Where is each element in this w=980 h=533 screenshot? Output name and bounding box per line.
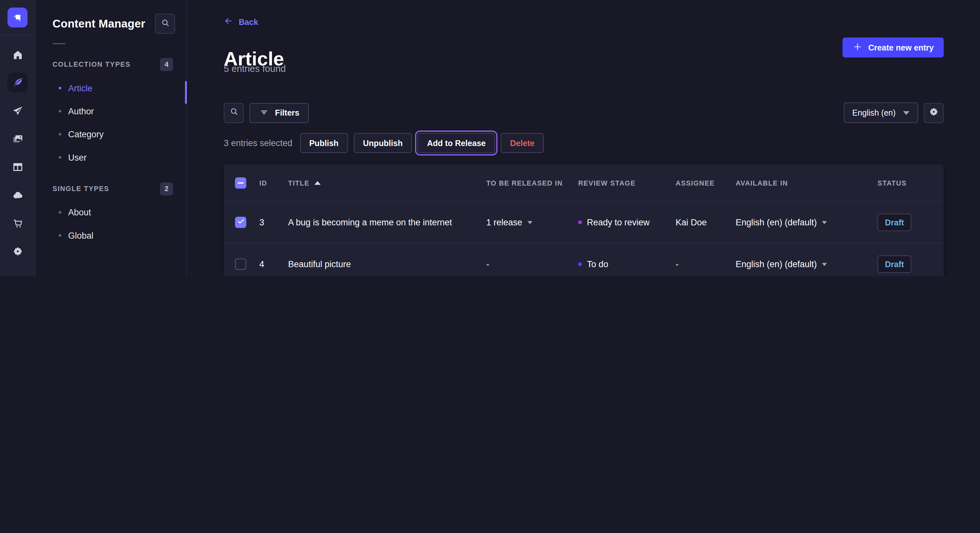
subnav-title: Content Manager [52,17,145,30]
deploy-icon [12,189,24,201]
app-window: KD Content Manager COLLECTION TYPES4Arti… [0,0,980,276]
bullet-icon [59,156,61,159]
release-dropdown[interactable]: 1 release [486,217,578,227]
back-link[interactable]: Back [224,16,258,27]
sidebar-item-label: Author [68,106,94,116]
row-checkbox[interactable] [235,217,246,228]
cell-title: A bug is becoming a meme on the internet [288,217,486,227]
subnav-section: SINGLE TYPES2AboutGlobal [36,182,186,247]
unpublish-button[interactable]: Unpublish [353,133,412,153]
locale-select[interactable]: English (en) [843,102,918,123]
delete-button[interactable]: Delete [501,133,544,153]
nav-home[interactable] [8,44,27,65]
sidebar-item-author[interactable]: Author [36,99,186,122]
nav-deploy[interactable] [8,185,27,205]
bullet-icon [59,86,61,89]
gear-icon [928,106,940,119]
create-new-entry-label: Create new entry [868,43,934,52]
search-icon [160,17,170,30]
cell-id: 3 [259,217,288,227]
create-new-entry-button[interactable]: Create new entry [843,38,944,58]
table-header-row: ID TITLE TO BE RELEASED IN REVIEW STAGE … [224,164,944,202]
sidebar-item-label: Category [68,129,104,139]
header-available-in: AVAILABLE IN [736,179,878,187]
subnav-search-button[interactable] [155,14,175,34]
cell-released: - [486,259,578,269]
row-checkbox[interactable] [235,259,246,270]
sidebar-item-category[interactable]: Category [36,122,186,145]
settings-icon [12,245,24,257]
table-row[interactable]: 4Beautiful picture-To do-English (en) (d… [224,244,944,276]
cell-assignee: Kai Doe [676,217,736,227]
cell-review-stage: To do [578,259,676,269]
sidebar-item-global[interactable]: Global [36,224,186,246]
chevron-down-icon [822,263,827,266]
sort-asc-icon [314,181,320,185]
chevron-down-icon [822,221,827,224]
section-count-badge: 2 [160,182,173,195]
status-badge: Draft [878,255,912,273]
select-all-checkbox[interactable] [235,177,246,189]
nav-content-type-builder[interactable] [8,157,27,177]
header-review-stage: REVIEW STAGE [578,179,676,187]
filters-button[interactable]: Filters [249,103,309,123]
header-id: ID [259,179,288,187]
cell-assignee: - [676,259,736,269]
sidebar-item-article[interactable]: Article [36,76,186,99]
media-library-icon [12,133,24,145]
main-content: Back Article 5 entries found Create new … [187,0,980,276]
nav-settings[interactable] [8,241,27,261]
home-icon [12,48,24,60]
back-arrow-icon [224,16,233,27]
sidebar-item-user[interactable]: User [36,145,186,168]
chevron-down-icon [903,111,909,115]
strapi-logo-icon [11,11,24,24]
content-manager-subnav: Content Manager COLLECTION TYPES4Article… [36,0,187,276]
bullet-icon [59,133,61,135]
bullet-icon [59,211,61,213]
locale-dropdown[interactable]: English (en) (default) [736,259,878,269]
sidebar-item-label: Article [68,83,92,93]
nav-media-library[interactable] [8,128,27,149]
nav-release[interactable] [8,100,27,121]
content-type-builder-icon [12,161,24,173]
subnav-section: COLLECTION TYPES4ArticleAuthorCategoryUs… [36,57,186,168]
add-to-release-button[interactable]: Add to Release [418,133,495,153]
sidebar-item-label: Global [68,230,93,240]
section-count-badge: 4 [160,58,173,71]
bullet-icon [59,234,61,236]
search-icon [229,106,239,119]
indeterminate-dash-icon [237,182,244,183]
publish-button[interactable]: Publish [300,133,348,153]
list-search-button[interactable] [224,103,244,123]
nav-content-manager[interactable] [8,73,27,93]
entries-table: ID TITLE TO BE RELEASED IN REVIEW STAGE … [224,164,944,276]
selected-count: 3 entries selected [224,138,292,148]
cell-title: Beautiful picture [288,259,486,269]
entries-count: 5 entries found [224,63,285,74]
strapi-logo-wrap [0,0,35,36]
list-settings-button[interactable] [924,103,944,123]
strapi-logo[interactable] [8,8,27,27]
status-badge: Draft [878,214,912,231]
selection-actions: 3 entries selected Publish Unpublish Add… [224,133,544,153]
filter-icon [259,106,269,119]
sidebar-item-label: User [68,152,86,162]
locale-select-value: English (en) [852,108,896,117]
rail-icons [8,36,27,276]
bullet-icon [59,109,61,112]
back-label: Back [239,17,258,27]
review-stage-dot [578,220,582,224]
header-status: STATUS [878,179,933,187]
table-body: 3A bug is becoming a meme on the interne… [224,202,944,276]
locale-dropdown[interactable]: English (en) (default) [736,217,878,227]
table-row[interactable]: 3A bug is becoming a meme on the interne… [224,202,944,244]
plus-icon [853,41,863,54]
section-label: COLLECTION TYPES [52,60,130,68]
nav-marketplace[interactable] [8,213,27,233]
check-icon [237,217,245,227]
sidebar-item-label: About [68,207,91,217]
subnav-sections: COLLECTION TYPES4ArticleAuthorCategoryUs… [36,57,186,246]
sidebar-item-about[interactable]: About [36,200,186,224]
header-title[interactable]: TITLE [288,179,486,187]
